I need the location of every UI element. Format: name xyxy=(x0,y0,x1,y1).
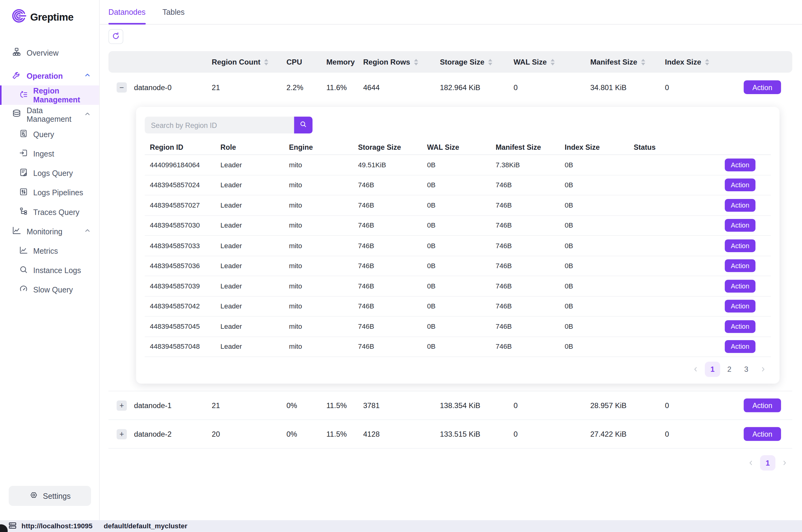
sidebar-section-monitoring[interactable]: Monitoring xyxy=(0,222,99,241)
sidebar-section-data-management[interactable]: Data Management xyxy=(0,105,99,124)
page-3-button[interactable]: 3 xyxy=(739,362,754,377)
prev-page-button[interactable] xyxy=(688,362,703,377)
manifest-size-value: 746B xyxy=(491,242,560,249)
refresh-button[interactable] xyxy=(109,29,123,44)
region-action-button[interactable]: Action xyxy=(725,239,756,252)
settings-button[interactable]: Settings xyxy=(8,486,91,506)
traces-tree-icon xyxy=(19,206,28,217)
sidebar-item-metrics[interactable]: Metrics xyxy=(0,241,99,260)
region-action-button[interactable]: Action xyxy=(725,320,756,333)
index-size-value: 0B xyxy=(560,343,629,350)
region-action-button[interactable]: Action xyxy=(725,280,756,292)
gauge-icon xyxy=(19,284,28,295)
settings-label: Settings xyxy=(43,491,71,500)
prev-page-button[interactable] xyxy=(743,455,759,471)
chart-line-icon xyxy=(19,245,28,256)
tab-datanodes[interactable]: Datanodes xyxy=(109,0,146,24)
engine-value: mito xyxy=(284,282,353,290)
sidebar-item-logs-pipelines[interactable]: Logs Pipelines xyxy=(0,183,99,202)
sidebar-item-label: Region Management xyxy=(33,87,99,104)
col-region-id: Region ID xyxy=(145,143,215,151)
expand-row-button[interactable]: + xyxy=(117,429,127,439)
region-row: 4483945857027 Leader mito 746B 0B 746B 0… xyxy=(145,195,771,215)
page-1-button[interactable]: 1 xyxy=(760,455,776,471)
region-id-value: 4483945857024 xyxy=(145,181,215,189)
region-action-button[interactable]: Action xyxy=(725,260,756,272)
chevron-right-icon xyxy=(760,366,767,373)
manifest-size-value: 746B xyxy=(491,181,560,189)
wrench-icon xyxy=(12,70,21,81)
sidebar-item-query[interactable]: Query xyxy=(0,124,99,144)
sidebar-section-operation[interactable]: Operation xyxy=(0,66,99,86)
cpu-value: 0% xyxy=(284,430,324,438)
datanode-action-button[interactable]: Action xyxy=(744,80,781,94)
datanodes-pagination: 1 xyxy=(109,449,793,477)
page-2-button[interactable]: 2 xyxy=(722,362,737,377)
next-page-button[interactable] xyxy=(777,455,793,471)
col-region-count[interactable]: Region Count xyxy=(210,58,284,66)
region-count-value: 21 xyxy=(210,83,284,91)
server-url[interactable]: http://localhost:19095 xyxy=(21,522,93,530)
storage-size-value: 746B xyxy=(353,202,422,209)
datanode-action-button[interactable]: Action xyxy=(744,399,781,412)
region-row: 4483945857024 Leader mito 746B 0B 746B 0… xyxy=(145,175,771,195)
next-page-button[interactable] xyxy=(756,362,771,377)
engine-value: mito xyxy=(284,202,353,209)
regions-table-body: 4440996184064 Leader mito 49.51KiB 0B 7.… xyxy=(145,155,771,357)
role-value: Leader xyxy=(215,181,284,189)
wal-size-value: 0 xyxy=(511,83,588,91)
role-value: Leader xyxy=(215,202,284,209)
tab-tables[interactable]: Tables xyxy=(163,0,185,24)
storage-size-value: 746B xyxy=(353,282,422,290)
wal-size-value: 0B xyxy=(422,181,491,189)
wal-size-value: 0B xyxy=(422,302,491,310)
sidebar-item-logs-query[interactable]: Logs Query xyxy=(0,163,99,183)
engine-value: mito xyxy=(284,302,353,310)
sidebar-item-region-management[interactable]: Region Management xyxy=(0,86,99,105)
region-action-button[interactable]: Action xyxy=(725,219,756,232)
col-label: Region Rows xyxy=(363,58,410,66)
database-icon xyxy=(12,109,21,120)
expand-row-button[interactable]: + xyxy=(117,400,127,411)
region-search-button[interactable] xyxy=(294,117,312,133)
index-size-value: 0B xyxy=(560,242,629,249)
col-index-size[interactable]: Index Size xyxy=(663,58,737,66)
storage-size-value: 746B xyxy=(353,323,422,330)
sidebar-item-ingest[interactable]: Ingest xyxy=(0,144,99,163)
datanode-0-block: − datanode-0 21 2.2% 11.6% 4644 182.964 … xyxy=(109,73,793,391)
region-action-button[interactable]: Action xyxy=(725,340,756,353)
col-wal-size[interactable]: WAL Size xyxy=(511,58,588,66)
wal-size-value: 0B xyxy=(422,222,491,229)
region-rows-value: 4644 xyxy=(361,83,438,91)
role-value: Leader xyxy=(215,262,284,270)
status-bar: http://localhost:19095 default/default_m… xyxy=(0,520,802,532)
chevron-up-icon xyxy=(84,110,91,119)
region-action-button[interactable]: Action xyxy=(725,158,756,171)
page-1-button[interactable]: 1 xyxy=(705,362,720,377)
cluster-name[interactable]: default/default_mycluster xyxy=(103,522,187,530)
chevron-left-icon xyxy=(692,366,699,373)
manifest-size-value: 746B xyxy=(491,323,560,330)
sidebar-item-traces-query[interactable]: Traces Query xyxy=(0,202,99,222)
col-storage-size[interactable]: Storage Size xyxy=(438,58,512,66)
regions-panel: Region ID Role Engine Storage Size WAL S… xyxy=(136,107,779,384)
engine-value: mito xyxy=(284,222,353,229)
col-region-rows[interactable]: Region Rows xyxy=(361,58,438,66)
col-storage-size: Storage Size xyxy=(353,143,422,151)
region-id-value: 4440996184064 xyxy=(145,161,215,169)
datanode-action-button[interactable]: Action xyxy=(744,427,781,441)
region-action-button[interactable]: Action xyxy=(725,300,756,313)
manifest-size-value: 746B xyxy=(491,202,560,209)
sidebar-item-instance-logs[interactable]: Instance Logs xyxy=(0,261,99,280)
sidebar-item-overview[interactable]: Overview xyxy=(0,43,99,62)
index-size-value: 0B xyxy=(560,202,629,209)
sidebar-section-label: Monitoring xyxy=(26,227,62,235)
region-action-button[interactable]: Action xyxy=(725,199,756,212)
col-manifest-size[interactable]: Manifest Size xyxy=(588,58,663,66)
sidebar-section-label: Operation xyxy=(26,71,63,80)
collapse-row-button[interactable]: − xyxy=(117,82,127,92)
sidebar-item-slow-query[interactable]: Slow Query xyxy=(0,280,99,299)
index-size-value: 0B xyxy=(560,302,629,310)
region-action-button[interactable]: Action xyxy=(725,179,756,192)
region-search-input[interactable] xyxy=(145,117,294,133)
